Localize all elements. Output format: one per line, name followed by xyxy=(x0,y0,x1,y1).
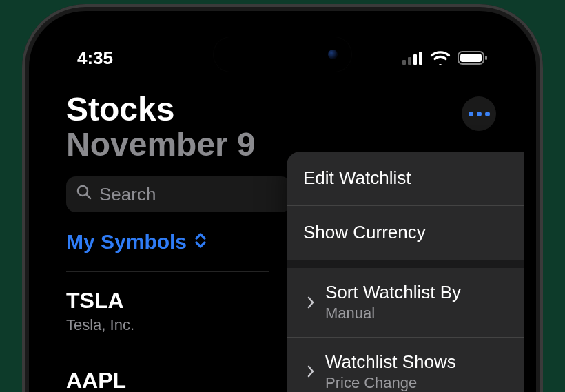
status-time: 4:35 xyxy=(77,48,113,69)
chevron-up-down-icon xyxy=(194,230,207,254)
svg-rect-5 xyxy=(460,54,482,62)
svg-rect-6 xyxy=(485,56,487,60)
watchlist-selector[interactable]: My Symbols xyxy=(66,230,207,254)
menu-item-label: Sort Watchlist By xyxy=(325,282,524,303)
menu-item-sort-watchlist[interactable]: Sort Watchlist By Manual xyxy=(287,268,524,337)
status-bar: 4:35 xyxy=(41,44,524,72)
svg-rect-0 xyxy=(402,60,406,65)
menu-item-value: Manual xyxy=(325,305,524,322)
wifi-icon xyxy=(430,50,451,65)
stock-item[interactable]: TSLA Tesla, Inc. xyxy=(66,288,134,334)
divider xyxy=(66,271,269,272)
phone-frame: 4:35 xyxy=(22,4,543,392)
menu-item-edit-watchlist[interactable]: Edit Watchlist xyxy=(287,152,524,205)
chevron-right-icon xyxy=(303,296,318,309)
search-input[interactable]: Search xyxy=(66,176,291,212)
battery-icon xyxy=(458,50,488,65)
chevron-right-icon xyxy=(303,364,318,378)
status-right xyxy=(402,50,488,65)
stock-symbol: AAPL xyxy=(66,368,126,392)
svg-line-8 xyxy=(86,194,90,198)
menu-item-label: Show Currency xyxy=(303,222,524,243)
search-placeholder: Search xyxy=(99,184,156,205)
stock-symbol: TSLA xyxy=(66,288,134,313)
watchlist-selector-label: My Symbols xyxy=(66,230,187,254)
svg-rect-3 xyxy=(419,52,422,65)
menu-item-watchlist-shows[interactable]: Watchlist Shows Price Change xyxy=(287,337,524,392)
phone-bezel: 4:35 xyxy=(29,11,536,392)
menu-item-label: Edit Watchlist xyxy=(303,167,524,189)
menu-item-value: Price Change xyxy=(325,374,524,392)
more-button[interactable] xyxy=(462,96,496,131)
screen: 4:35 xyxy=(41,23,524,392)
context-menu: Edit Watchlist Show Currency $ xyxy=(287,152,524,392)
search-icon xyxy=(76,184,92,205)
stock-item[interactable]: AAPL xyxy=(66,368,126,392)
cellular-icon xyxy=(402,51,423,65)
menu-item-label: Watchlist Shows xyxy=(325,351,524,373)
ellipsis-icon xyxy=(485,112,490,116)
menu-item-show-currency[interactable]: Show Currency $ xyxy=(287,205,524,260)
stock-name: Tesla, Inc. xyxy=(66,316,134,334)
ellipsis-icon xyxy=(477,112,482,116)
ellipsis-icon xyxy=(469,112,473,116)
svg-rect-2 xyxy=(413,54,417,65)
page-title: Stocks xyxy=(66,92,499,127)
menu-separator xyxy=(287,260,524,268)
svg-rect-1 xyxy=(408,57,411,65)
